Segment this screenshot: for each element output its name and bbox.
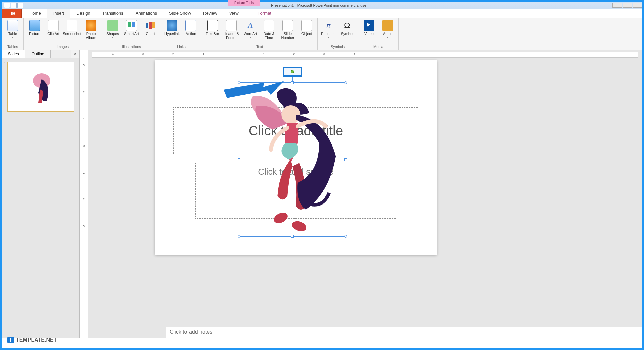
tab-animations[interactable]: Animations bbox=[129, 9, 163, 18]
rotation-handle[interactable] bbox=[291, 70, 294, 73]
qat-save-icon[interactable] bbox=[4, 3, 10, 8]
equation-icon: π bbox=[323, 20, 334, 31]
work-area: Slides Outline × 1 3 2 1 0 1 2 3 bbox=[2, 50, 642, 338]
close-button[interactable] bbox=[633, 3, 642, 8]
tab-transitions[interactable]: Transitions bbox=[96, 9, 129, 18]
shapes-button[interactable]: Shapes▾ bbox=[104, 19, 121, 39]
chevron-down-icon: ▾ bbox=[368, 36, 370, 39]
selected-image[interactable] bbox=[239, 82, 346, 237]
smartart-button[interactable]: SmartArt bbox=[123, 19, 140, 36]
chevron-down-icon: ▾ bbox=[112, 36, 113, 39]
wordart-icon: A bbox=[245, 20, 256, 31]
resize-handle-br[interactable] bbox=[344, 235, 347, 238]
chevron-down-icon: ▾ bbox=[12, 36, 13, 39]
video-button[interactable]: Video▾ bbox=[360, 19, 378, 39]
chevron-down-icon: ▾ bbox=[90, 40, 92, 43]
tab-design[interactable]: Design bbox=[70, 9, 96, 18]
contextual-tab-picture-tools: Picture Tools bbox=[228, 0, 260, 6]
pane-close-button[interactable]: × bbox=[71, 50, 79, 58]
minimize-button[interactable] bbox=[612, 3, 622, 8]
resize-handle-bl[interactable] bbox=[238, 235, 240, 238]
resize-handle-tr[interactable] bbox=[344, 81, 347, 84]
audio-button[interactable]: Audio▾ bbox=[379, 19, 396, 39]
screenshot-icon bbox=[67, 20, 77, 31]
table-icon bbox=[7, 20, 18, 31]
chart-icon bbox=[145, 20, 156, 31]
thumbnail-item[interactable]: 1 bbox=[4, 62, 77, 112]
symbol-button[interactable]: ΩSymbol bbox=[338, 19, 356, 36]
quick-access-toolbar bbox=[2, 3, 25, 8]
svg-point-1 bbox=[281, 105, 300, 124]
header-footer-icon bbox=[226, 20, 237, 31]
window-title: Presentation1 - Microsoft PowerPoint non… bbox=[25, 3, 612, 7]
ribbon: Table▾ Tables Picture Clip Art Screensho… bbox=[2, 18, 642, 51]
tab-slideshow[interactable]: Slide Show bbox=[163, 9, 197, 18]
chevron-down-icon: ▾ bbox=[328, 36, 329, 39]
tab-outline-pane[interactable]: Outline bbox=[25, 50, 51, 58]
tab-view[interactable]: View bbox=[223, 9, 245, 18]
equation-button[interactable]: πEquation▾ bbox=[320, 19, 337, 39]
svg-point-2 bbox=[272, 211, 289, 225]
chart-button[interactable]: Chart bbox=[142, 19, 159, 36]
group-tables: Table▾ Tables bbox=[2, 18, 24, 51]
picture-button[interactable]: Picture bbox=[26, 19, 43, 36]
maximize-button[interactable] bbox=[623, 3, 632, 8]
tab-home[interactable]: Home bbox=[23, 9, 47, 18]
group-symbols: πEquation▾ ΩSymbol Symbols bbox=[318, 18, 358, 51]
audio-icon bbox=[382, 20, 393, 31]
thumbnail-image-icon bbox=[28, 69, 55, 106]
watermark: T TEMPLATE.NET bbox=[7, 337, 57, 343]
wordart-button[interactable]: AWordArt▾ bbox=[241, 19, 259, 39]
slide-number-icon bbox=[282, 20, 293, 31]
tab-insert[interactable]: Insert bbox=[47, 9, 71, 18]
annotation-arrow-icon bbox=[224, 81, 284, 101]
video-icon bbox=[364, 20, 374, 31]
pane-tabs: Slides Outline × bbox=[2, 50, 79, 58]
group-illustrations: Shapes▾ SmartArt Chart Illustrations bbox=[102, 18, 161, 51]
svg-point-3 bbox=[291, 219, 308, 233]
headerfooter-button[interactable]: Header & Footer bbox=[223, 19, 240, 40]
chevron-down-icon: ▾ bbox=[387, 36, 388, 39]
slide-thumbnail[interactable] bbox=[7, 62, 74, 112]
window-controls bbox=[612, 3, 642, 8]
tab-review[interactable]: Review bbox=[197, 9, 223, 18]
ribbon-tabs: File Home Insert Design Transitions Anim… bbox=[2, 9, 642, 18]
textbox-button[interactable]: Text Box bbox=[204, 19, 221, 36]
date-time-icon bbox=[264, 20, 274, 31]
textbox-icon bbox=[207, 20, 218, 31]
picture-icon bbox=[29, 20, 40, 31]
notes-pane[interactable]: Click to add notes bbox=[166, 327, 642, 338]
resize-handle-tm[interactable] bbox=[291, 81, 294, 84]
hyperlink-icon bbox=[167, 20, 177, 31]
clipart-icon bbox=[48, 20, 59, 31]
resize-handle-ml[interactable] bbox=[238, 158, 240, 161]
photo-album-icon bbox=[86, 20, 96, 31]
slide[interactable]: Click to add title Click to add subtitle bbox=[155, 60, 437, 255]
group-text: Text Box Header & Footer AWordArt▾ Date … bbox=[202, 18, 318, 51]
tab-slides-pane[interactable]: Slides bbox=[2, 50, 25, 58]
table-button[interactable]: Table▾ bbox=[4, 19, 21, 39]
clipart-button[interactable]: Clip Art bbox=[45, 19, 62, 36]
resize-handle-mr[interactable] bbox=[344, 158, 347, 161]
group-media: Video▾ Audio▾ Media bbox=[358, 18, 399, 51]
qat-redo-icon[interactable] bbox=[17, 3, 23, 8]
tab-file[interactable]: File bbox=[2, 9, 22, 18]
qat-undo-icon[interactable] bbox=[11, 3, 17, 8]
group-links: Hyperlink Action Links bbox=[161, 18, 202, 51]
tab-format[interactable]: Format bbox=[252, 9, 277, 18]
screenshot-button[interactable]: Screenshot▾ bbox=[63, 19, 81, 39]
slidenumber-button[interactable]: Slide Number bbox=[279, 19, 297, 40]
resize-handle-bm[interactable] bbox=[291, 235, 294, 238]
slides-outline-pane: Slides Outline × 1 bbox=[2, 50, 80, 338]
hyperlink-button[interactable]: Hyperlink bbox=[163, 19, 181, 36]
action-button[interactable]: Action bbox=[182, 19, 200, 36]
object-icon bbox=[301, 20, 312, 31]
chevron-down-icon: ▾ bbox=[71, 36, 73, 39]
shapes-icon bbox=[107, 20, 118, 31]
photoalbum-button[interactable]: Photo Album▾ bbox=[82, 19, 100, 43]
titlebar: Presentation1 - Microsoft PowerPoint non… bbox=[2, 2, 642, 9]
object-button[interactable]: Object bbox=[298, 19, 315, 36]
vertical-ruler: 3 2 1 0 1 2 3 bbox=[80, 50, 88, 338]
group-images: Picture Clip Art Screenshot▾ Photo Album… bbox=[24, 18, 102, 51]
datetime-button[interactable]: Date & Time bbox=[260, 19, 278, 40]
